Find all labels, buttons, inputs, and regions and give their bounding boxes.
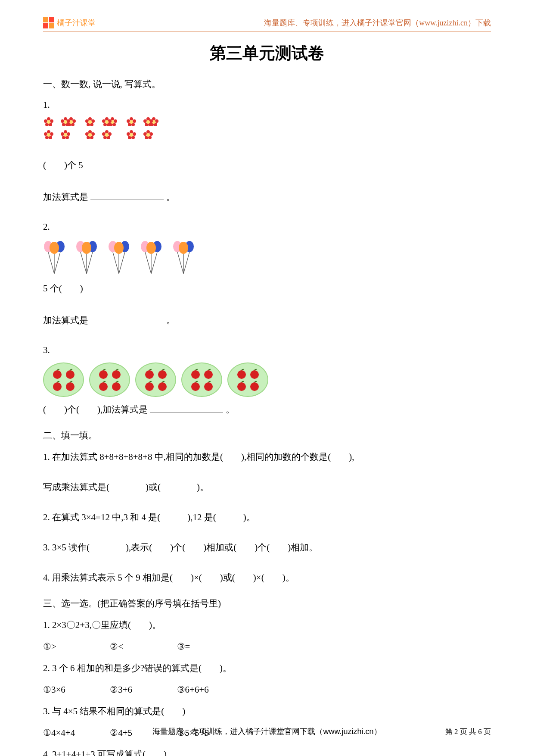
s2-q4: 4. 用乘法算式表示 5 个 9 相加是( )×( )或( )×( )。 — [43, 569, 491, 587]
svg-point-119 — [191, 382, 200, 391]
svg-point-104 — [179, 242, 188, 254]
q3-apple-plates — [43, 362, 491, 397]
svg-point-85 — [143, 132, 147, 136]
svg-point-65 — [130, 120, 133, 124]
svg-point-74 — [155, 119, 158, 123]
svg-point-98 — [114, 242, 124, 254]
svg-point-2 — [50, 119, 53, 123]
balloon-bunch-icon — [108, 239, 131, 276]
svg-point-101 — [146, 242, 156, 254]
balloon-bunch-icon — [75, 239, 99, 276]
apple-icon — [52, 368, 63, 379]
flower-icon — [126, 116, 137, 128]
balloon-bunch-icon — [43, 239, 67, 276]
page-title: 第三单元测试卷 — [43, 42, 491, 64]
section-1: 一、数一数, 说一说, 写算式。 1. — [43, 75, 491, 419]
svg-point-54 — [105, 130, 109, 134]
fill-blank[interactable] — [90, 191, 164, 200]
svg-point-29 — [64, 133, 67, 137]
opt-a[interactable]: ①> — [43, 637, 108, 656]
svg-point-114 — [158, 370, 167, 379]
section-1-heading: 一、数一数, 说一说, 写算式。 — [43, 75, 491, 93]
flower-icon — [101, 116, 112, 128]
svg-point-112 — [112, 382, 121, 391]
svg-point-23 — [47, 133, 50, 137]
section-2-heading: 二、填一填。 — [43, 426, 491, 444]
apple-plate — [227, 362, 268, 397]
svg-point-44 — [114, 119, 117, 123]
svg-point-71 — [146, 120, 150, 124]
q2-count-blank: 5 个( ) — [43, 279, 491, 297]
svg-point-49 — [85, 132, 89, 136]
svg-point-108 — [66, 382, 75, 391]
balloon-bunch-icon — [172, 239, 196, 276]
svg-point-80 — [133, 132, 136, 136]
svg-point-95 — [82, 242, 91, 254]
apple-icon — [190, 368, 201, 379]
svg-point-111 — [99, 382, 108, 391]
apple-icon — [157, 380, 168, 391]
apple-icon — [203, 368, 214, 379]
s3-q2-opts: ①3×6 ②3+6 ③6+6+6 — [43, 681, 491, 699]
apple-icon — [190, 380, 201, 391]
s2-q1b: 写成乘法算式是( )或( )。 — [43, 478, 491, 496]
q1-number: 1. — [43, 96, 491, 114]
q2-add-prefix: 加法算式是 — [43, 315, 88, 325]
opt-c[interactable]: ③6+6+6 — [177, 681, 242, 699]
flower-group — [43, 116, 77, 141]
svg-point-55 — [102, 132, 106, 136]
svg-point-35 — [88, 120, 92, 124]
q3-text-b: 。 — [226, 404, 235, 415]
apple-icon — [144, 368, 155, 379]
s3-q2: 2. 3 个 6 相加的和是多少?错误的算式是( )。 — [43, 659, 491, 677]
svg-point-38 — [108, 119, 112, 123]
apple-icon — [236, 380, 247, 391]
brand-logo: 橘子汁课堂 — [43, 17, 96, 28]
flower-icon — [84, 116, 96, 128]
apple-icon — [236, 368, 247, 379]
svg-point-124 — [250, 382, 259, 391]
q2-number: 2. — [43, 218, 491, 236]
balloon-bunch-icon — [140, 239, 164, 276]
q1-count-blank: ( )个 5 — [43, 156, 491, 174]
s2-q1: 1. 在加法算式 8+8+8+8+8+8 中,相同的加数是( ),相同的加数的个… — [43, 448, 491, 466]
section-3-heading: 三、选一选。(把正确答案的序号填在括号里) — [43, 594, 491, 612]
s2-q3: 3. 3×5 读作( ),表示( )个( )相加或( )个( )相加。 — [43, 538, 491, 556]
header-note: 海量题库、专项训练，进入橘子汁课堂官网（www.juzizhi.cn）下载 — [264, 18, 491, 28]
flower-group — [84, 116, 118, 141]
opt-b[interactable]: ②3+6 — [110, 681, 174, 699]
opt-b[interactable]: ②< — [110, 637, 174, 656]
svg-point-25 — [61, 132, 64, 136]
apple-icon — [249, 368, 260, 379]
svg-point-118 — [204, 370, 213, 379]
svg-point-68 — [149, 119, 153, 123]
svg-point-113 — [145, 370, 154, 379]
flower-icon — [143, 116, 154, 128]
fill-blank[interactable] — [90, 314, 164, 323]
q2-add-suffix: 。 — [166, 315, 175, 325]
svg-point-24 — [64, 130, 67, 134]
opt-a[interactable]: ①3×6 — [43, 681, 108, 699]
flower-icon — [60, 116, 71, 128]
svg-point-14 — [72, 119, 76, 123]
svg-point-41 — [105, 120, 109, 124]
svg-point-7 — [61, 119, 64, 123]
q2-addition: 加法算式是 。 — [43, 311, 491, 329]
apple-plate — [89, 362, 130, 397]
flower-icon — [60, 129, 71, 141]
opt-c[interactable]: ③= — [177, 637, 242, 656]
q1-addition: 加法算式是 。 — [43, 188, 491, 206]
svg-point-20 — [50, 132, 53, 136]
s3-q4: 4. 3+1+4+1+3,可写成算式( )。 — [43, 745, 491, 756]
s3-q1-opts: ①> ②< ③= — [43, 637, 491, 656]
apple-icon — [111, 368, 122, 379]
svg-point-53 — [88, 133, 92, 137]
svg-point-106 — [66, 370, 75, 379]
svg-point-83 — [130, 133, 133, 137]
fill-blank[interactable] — [150, 403, 223, 412]
svg-point-32 — [91, 119, 95, 123]
svg-point-66 — [146, 117, 150, 121]
section-2: 二、填一填。 1. 在加法算式 8+8+8+8+8+8 中,相同的加数是( ),… — [43, 426, 491, 587]
svg-point-30 — [88, 117, 92, 121]
brand-text: 橘子汁课堂 — [57, 18, 96, 28]
